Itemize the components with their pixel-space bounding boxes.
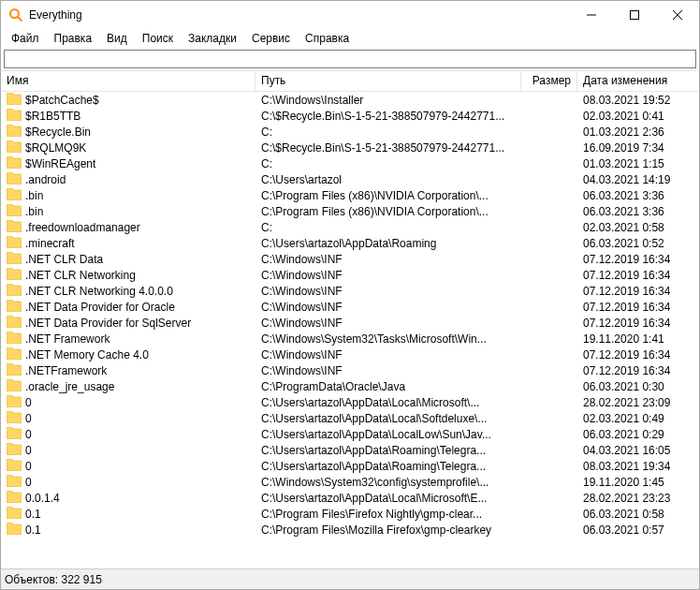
maximize-button[interactable]	[613, 1, 656, 29]
cell-path: C:\Program Files (x86)\NVIDIA Corporatio…	[255, 205, 521, 218]
folder-icon	[7, 300, 22, 315]
folder-icon	[7, 475, 22, 490]
folder-icon	[7, 236, 22, 251]
header-date[interactable]: Дата изменения	[577, 71, 699, 91]
cell-date: 06.03.2021 3:36	[577, 205, 699, 218]
cell-date: 28.02.2021 23:09	[577, 396, 699, 409]
cell-path: C:\Users\artazol\AppData\Roaming\Telegra…	[255, 460, 521, 473]
close-button[interactable]	[656, 1, 699, 29]
folder-icon	[7, 252, 22, 267]
cell-path: C:\Windows\Installer	[255, 94, 521, 107]
table-row[interactable]: .NET Memory Cache 4.0C:\Windows\INF07.12…	[1, 347, 699, 362]
table-row[interactable]: $R1B5TTBC:\$Recycle.Bin\S-1-5-21-3885079…	[1, 108, 699, 124]
folder-icon	[7, 140, 22, 155]
table-row[interactable]: .NET CLR DataC:\Windows\INF07.12.2019 16…	[1, 251, 699, 267]
file-name: 0	[25, 412, 32, 425]
cell-path: C:\Windows\INF	[255, 269, 521, 282]
table-row[interactable]: $RQLMQ9KC:\$Recycle.Bin\S-1-5-21-3885079…	[1, 140, 699, 155]
searchbar	[1, 48, 699, 70]
window-title: Everything	[29, 8, 570, 22]
table-row[interactable]: .androidC:\Users\artazol04.03.2021 14:19	[1, 171, 699, 187]
folder-icon	[7, 491, 22, 506]
folder-icon	[7, 172, 22, 187]
menu-view[interactable]: Вид	[100, 31, 134, 46]
table-row[interactable]: 0C:\Users\artazol\AppData\Local\Microsof…	[1, 394, 699, 410]
table-row[interactable]: .binC:\Program Files (x86)\NVIDIA Corpor…	[1, 187, 699, 203]
minimize-button[interactable]	[570, 1, 613, 29]
table-row[interactable]: .freedownloadmanagerC:02.03.2021 0:58	[1, 219, 699, 235]
table-row[interactable]: 0.1C:\Program Files\Mozilla Firefox\gmp-…	[1, 522, 699, 538]
menu-edit[interactable]: Правка	[48, 31, 99, 46]
table-row[interactable]: .oracle_jre_usageC:\ProgramData\Oracle\J…	[1, 378, 699, 394]
folder-icon	[7, 395, 22, 410]
table-row[interactable]: 0C:\Users\artazol\AppData\Roaming\Telegr…	[1, 458, 699, 474]
cell-name: .NETFramework	[1, 363, 255, 378]
menu-file[interactable]: Файл	[5, 31, 46, 46]
folder-icon	[7, 523, 22, 538]
table-row[interactable]: .minecraftC:\Users\artazol\AppData\Roami…	[1, 235, 699, 251]
table-row[interactable]: 0C:\Users\artazol\AppData\Roaming\Telegr…	[1, 442, 699, 458]
table-row[interactable]: $PatchCache$C:\Windows\Installer08.03.20…	[1, 92, 699, 108]
cell-date: 07.12.2019 16:34	[577, 317, 699, 330]
table-row[interactable]: .binC:\Program Files (x86)\NVIDIA Corpor…	[1, 203, 699, 219]
cell-date: 06.03.2021 0:57	[577, 524, 699, 537]
cell-name: 0.1	[1, 523, 255, 538]
cell-path: C:\Windows\INF	[255, 317, 521, 330]
cell-path: C:\Program Files (x86)\NVIDIA Corporatio…	[255, 189, 521, 202]
cell-name: .NET CLR Networking	[1, 268, 255, 283]
header-name[interactable]: Имя	[1, 71, 255, 91]
table-row[interactable]: 0.1C:\Program Files\Firefox Nightly\gmp-…	[1, 506, 699, 522]
table-row[interactable]: $WinREAgentC:01.03.2021 1:15	[1, 155, 699, 171]
table-row[interactable]: 0C:\Users\artazol\AppData\LocalLow\Sun\J…	[1, 426, 699, 442]
cell-date: 07.12.2019 16:34	[577, 285, 699, 298]
cell-date: 06.03.2021 0:29	[577, 428, 699, 441]
file-name: 0	[25, 460, 32, 473]
table-row[interactable]: .NET Data Provider for OracleC:\Windows\…	[1, 299, 699, 315]
cell-date: 01.03.2021 1:15	[577, 157, 699, 170]
table-row[interactable]: 0C:\Windows\System32\config\systemprofil…	[1, 474, 699, 490]
menu-search[interactable]: Поиск	[136, 31, 180, 46]
folder-icon	[7, 347, 22, 362]
file-name: $Recycle.Bin	[25, 125, 91, 139]
header-path[interactable]: Путь	[255, 71, 521, 91]
results-list[interactable]: $PatchCache$C:\Windows\Installer08.03.20…	[1, 92, 699, 568]
svg-rect-3	[631, 11, 639, 20]
cell-name: .freedownloadmanager	[1, 220, 255, 235]
table-row[interactable]: $Recycle.BinC:01.03.2021 2:36	[1, 124, 699, 140]
cell-date: 19.11.2020 1:41	[577, 332, 699, 346]
header-size[interactable]: Размер	[521, 71, 577, 91]
cell-path: C:\Users\artazol\AppData\Local\Softdelux…	[255, 412, 521, 425]
cell-name: 0	[1, 443, 255, 458]
menu-bookmarks[interactable]: Закладки	[182, 31, 243, 46]
menubar: Файл Правка Вид Поиск Закладки Сервис Сп…	[1, 29, 699, 48]
folder-icon	[7, 363, 22, 378]
table-row[interactable]: .NETFrameworkC:\Windows\INF07.12.2019 16…	[1, 362, 699, 378]
cell-name: .bin	[1, 188, 255, 203]
folder-icon	[7, 268, 22, 283]
menu-help[interactable]: Справка	[299, 31, 356, 46]
table-row[interactable]: 0C:\Users\artazol\AppData\Local\Softdelu…	[1, 410, 699, 426]
table-row[interactable]: 0.0.1.4C:\Users\artazol\AppData\Local\Mi…	[1, 490, 699, 506]
menu-tools[interactable]: Сервис	[245, 31, 297, 46]
cell-path: C:\ProgramData\Oracle\Java	[255, 380, 521, 393]
table-row[interactable]: .NET FrameworkC:\Windows\System32\Tasks\…	[1, 331, 699, 347]
search-input[interactable]	[4, 50, 696, 68]
folder-icon	[7, 379, 22, 394]
cell-date: 06.03.2021 0:30	[577, 380, 699, 393]
table-row[interactable]: .NET CLR NetworkingC:\Windows\INF07.12.2…	[1, 267, 699, 283]
file-name: .NET CLR Networking	[25, 269, 136, 282]
cell-date: 06.03.2021 3:36	[577, 189, 699, 202]
cell-name: .NET Data Provider for SqlServer	[1, 316, 255, 331]
table-row[interactable]: .NET Data Provider for SqlServerC:\Windo…	[1, 315, 699, 331]
cell-path: C:\Users\artazol\AppData\Local\Microsoft…	[255, 396, 521, 409]
file-name: .bin	[25, 205, 43, 218]
table-row[interactable]: .NET CLR Networking 4.0.0.0C:\Windows\IN…	[1, 283, 699, 299]
cell-path: C:\Windows\System32\Tasks\Microsoft\Win.…	[255, 332, 521, 346]
cell-date: 08.03.2021 19:52	[577, 94, 699, 107]
cell-date: 07.12.2019 16:34	[577, 269, 699, 282]
file-name: 0.1	[25, 508, 41, 521]
folder-icon	[7, 284, 22, 299]
file-name: .NET Memory Cache 4.0	[25, 348, 149, 361]
cell-name: .NET CLR Networking 4.0.0.0	[1, 284, 255, 299]
file-name: .NET CLR Networking 4.0.0.0	[25, 285, 173, 298]
